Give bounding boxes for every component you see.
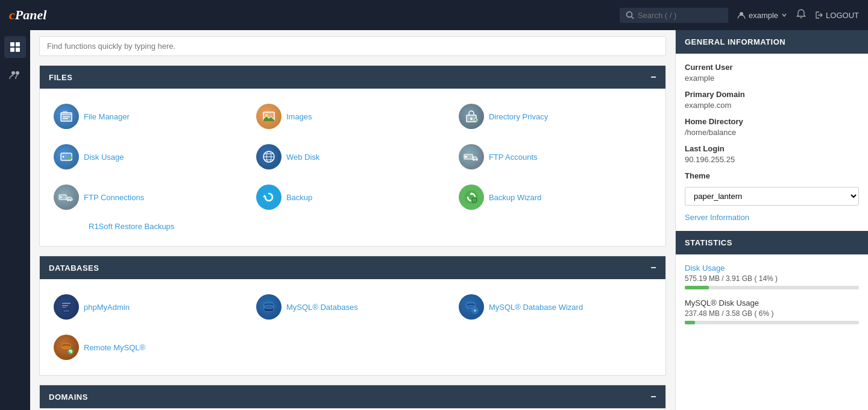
notifications-icon[interactable] (796, 9, 806, 21)
sidebar-grid-icon[interactable] (4, 36, 26, 58)
backup-wizard-link[interactable]: Backup Wizard (489, 193, 541, 202)
primary-domain-label: Primary Domain (685, 90, 859, 99)
databases-section-title: DATABASES (49, 263, 99, 273)
phpmyadmin-link[interactable]: phpMyAdmin (84, 303, 130, 312)
svg-rect-46 (62, 307, 66, 308)
svg-point-50 (264, 305, 274, 309)
last-login-label: Last Login (685, 144, 859, 153)
general-info-header: GENERAL INFORMATION (676, 30, 868, 54)
stat-item: MySQL® Disk Usage 237.48 MB / 3.58 GB ( … (685, 298, 859, 324)
r1soft-link[interactable]: R1Soft Restore Backups (54, 219, 179, 240)
home-dir-label: Home Directory (685, 117, 859, 126)
r1soft-container: R1Soft Restore Backups (49, 219, 656, 237)
disk-usage-stat-link[interactable]: Disk Usage (685, 263, 859, 273)
disk-usage-stat-values: 575.19 MB / 3.91 GB ( 14% ) (685, 274, 859, 283)
list-item[interactable]: File Manager (49, 98, 251, 135)
svg-point-8 (11, 71, 15, 75)
mysql-databases-link[interactable]: MySQL® Databases (286, 303, 358, 312)
backup-link[interactable]: Backup (286, 193, 312, 202)
theme-label: Theme (685, 171, 859, 180)
sidebar-users-icon[interactable] (4, 64, 26, 86)
list-item[interactable]: Directory Privacy (454, 98, 656, 135)
user-menu[interactable]: example (737, 11, 787, 20)
header: cPanel example (0, 0, 868, 30)
domains-section-header: DOMAINS − (40, 385, 665, 408)
server-info-link[interactable]: Server Information (685, 213, 859, 222)
list-item[interactable]: FTP Accounts (454, 138, 656, 175)
list-item[interactable]: MySQL® Database Wizard (454, 288, 656, 326)
mysql-wizard-icon (459, 294, 484, 320)
disk-usage-progress-bg (685, 286, 859, 289)
statistics-panel: STATISTICS Disk Usage 575.19 MB / 3.91 G… (676, 231, 868, 342)
svg-line-1 (631, 17, 634, 19)
domains-section: DOMAINS − (39, 385, 666, 409)
theme-select[interactable]: paper_lantern (685, 187, 859, 206)
disk-usage-progress-fill (685, 286, 709, 289)
list-item[interactable]: FTP Connections (49, 178, 251, 216)
list-item[interactable]: phpMyAdmin (49, 288, 251, 326)
svg-point-20 (63, 156, 64, 158)
username-label: example (749, 11, 778, 20)
logout-icon (815, 11, 823, 19)
statistics-body: Disk Usage 575.19 MB / 3.91 GB ( 14% ) M… (676, 254, 868, 342)
primary-domain-value: example.com (685, 101, 859, 110)
svg-point-33 (68, 200, 69, 201)
svg-point-42 (473, 200, 475, 201)
domains-collapse-button[interactable]: − (650, 391, 656, 402)
svg-point-55 (474, 310, 476, 311)
svg-point-34 (70, 200, 72, 201)
list-item[interactable]: Backup Wizard (454, 178, 656, 216)
disk-usage-icon (54, 144, 79, 169)
svg-rect-12 (63, 116, 70, 118)
ftp-accounts-link[interactable]: FTP Accounts (489, 153, 538, 162)
images-icon (256, 104, 281, 129)
backup-icon (256, 184, 281, 210)
search-icon (626, 11, 634, 19)
directory-privacy-icon (459, 104, 484, 129)
mysql-disk-usage-stat-values: 237.48 MB / 3.58 GB ( 6% ) (685, 309, 859, 318)
current-user-value: example (685, 74, 859, 83)
file-manager-link[interactable]: File Manager (84, 112, 130, 121)
statistics-title: STATISTICS (685, 238, 732, 247)
chevron-down-icon (781, 12, 787, 18)
remote-mysql-icon (54, 335, 79, 360)
statistics-header: STATISTICS (676, 231, 868, 254)
general-info-title: GENERAL INFORMATION (685, 37, 785, 46)
header-search-input[interactable] (638, 11, 716, 20)
file-manager-icon (54, 104, 79, 129)
svg-point-0 (626, 12, 632, 17)
current-user-label: Current User (685, 63, 859, 72)
remote-mysql-link[interactable]: Remote MySQL® (84, 343, 145, 352)
svg-rect-13 (63, 118, 68, 119)
svg-point-18 (474, 118, 477, 122)
mysql-wizard-link[interactable]: MySQL® Database Wizard (489, 303, 583, 312)
list-item[interactable]: Remote MySQL® (49, 329, 251, 366)
main-content: FILES − (30, 30, 675, 410)
web-disk-link[interactable]: Web Disk (286, 153, 319, 162)
header-right: example LOGOUT (620, 8, 859, 23)
ftp-connections-link[interactable]: FTP Connections (84, 193, 144, 202)
files-section-title: FILES (49, 73, 72, 82)
directory-privacy-link[interactable]: Directory Privacy (489, 112, 548, 121)
logout-label: LOGOUT (826, 11, 859, 20)
svg-rect-4 (10, 42, 14, 46)
databases-collapse-button[interactable]: − (650, 262, 656, 273)
files-collapse-button[interactable]: − (650, 72, 656, 83)
list-item[interactable]: Web Disk (251, 138, 454, 175)
mysql-disk-usage-progress-bg (685, 321, 859, 324)
list-item[interactable]: Disk Usage (49, 138, 251, 175)
svg-point-28 (465, 156, 467, 158)
home-dir-value: /home/balance (685, 128, 859, 137)
logout-button[interactable]: LOGOUT (815, 11, 859, 20)
list-item[interactable]: MySQL® Databases (251, 288, 454, 326)
logo: cPanel (9, 7, 46, 23)
list-item[interactable]: Backup (251, 178, 454, 216)
domains-section-title: DOMAINS (49, 393, 88, 402)
images-link[interactable]: Images (286, 112, 312, 121)
page-search-input[interactable] (39, 36, 666, 56)
files-section: FILES − (39, 65, 666, 247)
list-item[interactable]: Images (251, 98, 454, 135)
disk-usage-link[interactable]: Disk Usage (84, 153, 124, 162)
header-search-bar[interactable] (620, 8, 728, 23)
svg-rect-7 (16, 48, 20, 52)
